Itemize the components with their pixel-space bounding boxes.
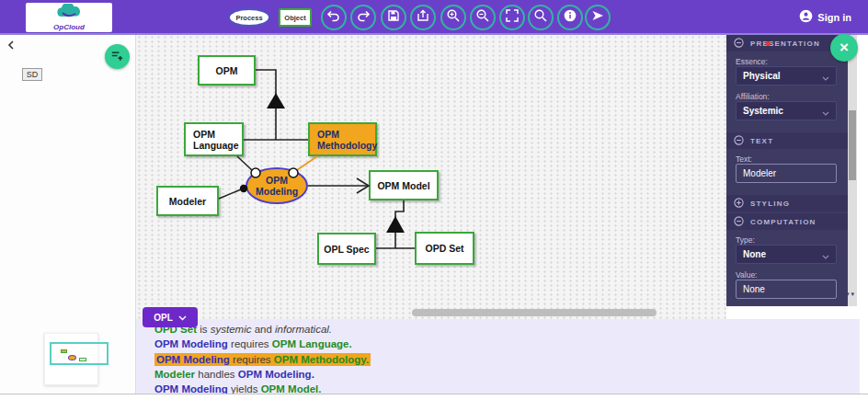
object-node-opd-set[interactable]: OPD Set: [415, 232, 474, 265]
topbar: OpCloud Process Object: [0, 0, 868, 35]
window-bottom-edge: [0, 394, 868, 400]
minimap-shape: [68, 355, 76, 360]
zoom-in-icon: [446, 8, 461, 27]
object-node-opm[interactable]: OPM: [198, 55, 256, 86]
essence-dropdown[interactable]: Physical: [736, 66, 837, 86]
opl-object-ref: OPM Language.: [272, 338, 352, 349]
close-panel-button[interactable]: ×: [830, 34, 858, 62]
affiliation-value: Systemic: [743, 106, 783, 116]
collapse-sidebar-icon[interactable]: [5, 39, 17, 51]
section-title: STYLING: [750, 200, 790, 208]
opl-sentences-panel: OPD Set is systemic and informatical. OP…: [136, 319, 860, 394]
horizontal-scrollbar[interactable]: [412, 309, 657, 316]
undo-icon: [326, 8, 341, 27]
chevron-down-icon: [178, 313, 187, 323]
text-label: Text:: [736, 154, 752, 164]
save-as-icon: [416, 8, 430, 27]
logo-text: OpCloud: [53, 24, 85, 31]
opl-text: and: [251, 324, 275, 335]
zoom-reset-icon: [533, 8, 548, 27]
text-input[interactable]: [736, 164, 837, 183]
send-icon: [590, 8, 605, 27]
section-title: PRESENTATION: [750, 40, 820, 48]
object-node-opm-language[interactable]: OPM Language: [184, 122, 244, 156]
opl-object-ref: OPM Model.: [261, 383, 322, 394]
minimap-card: [44, 333, 98, 385]
opl-attr: informatical.: [275, 324, 332, 335]
opl-process-ref: OPM Modeling.: [238, 369, 314, 380]
zoom-out-button[interactable]: [470, 5, 496, 30]
save-button[interactable]: [381, 5, 406, 30]
expand-section-icon: [734, 195, 744, 211]
palette-process-button[interactable]: Process: [228, 8, 270, 27]
undo-button[interactable]: [321, 5, 347, 30]
red-indicator-dot: [766, 41, 771, 46]
new-diagram-button[interactable]: [105, 44, 130, 69]
section-text[interactable]: TEXT: [726, 132, 848, 149]
opl-object-ref: OPM Methodology.: [274, 354, 369, 365]
opl-process-ref: OPM Modeling: [154, 383, 228, 394]
opl-text: requires: [230, 354, 274, 365]
palette-object-button[interactable]: Object: [279, 8, 312, 27]
chevron-down-icon: [822, 68, 829, 85]
object-node-modeler[interactable]: Modeler: [156, 186, 219, 216]
opl-text: yields: [228, 383, 261, 394]
opl-text: is: [197, 324, 211, 335]
chevron-down-icon: [822, 246, 829, 263]
essence-label: Essence:: [736, 57, 768, 66]
essence-value: Physical: [743, 71, 781, 81]
left-sidebar: SD: [0, 35, 136, 394]
opl-button-label: OPL: [154, 313, 173, 323]
opl-sentence[interactable]: OPD Set is systemic and informatical.: [154, 322, 860, 337]
opl-sentence[interactable]: Modeler handles OPM Modeling.: [154, 367, 860, 382]
sign-in-button[interactable]: Sign in: [799, 9, 851, 25]
collapse-section-icon: [734, 132, 744, 149]
playlist-add-icon: [110, 49, 124, 65]
type-dropdown[interactable]: None: [736, 245, 837, 264]
vertical-scrollbar[interactable]: ▲: [848, 35, 857, 306]
chevron-down-icon: [822, 103, 829, 120]
save-as-button[interactable]: [410, 5, 436, 30]
type-value: None: [743, 249, 766, 259]
object-node-opm-model[interactable]: OPM Model: [369, 170, 439, 200]
zoom-reset-button[interactable]: [528, 5, 554, 30]
resize-arrows-icon: ▾▾: [846, 291, 856, 298]
opl-toggle-button[interactable]: OPL: [143, 307, 198, 327]
opcloud-logo[interactable]: OpCloud: [26, 3, 112, 32]
type-label: Type:: [736, 235, 755, 245]
info-button[interactable]: [557, 5, 583, 30]
process-node-opm-modeling[interactable]: OPM Modeling: [246, 167, 308, 204]
minimap-shape: [61, 349, 67, 353]
zoom-in-button[interactable]: [440, 5, 466, 30]
section-styling[interactable]: STYLING: [726, 195, 848, 211]
collapse-section-icon: [734, 35, 744, 51]
opl-sentence[interactable]: OPM Modeling requires OPM Language.: [154, 337, 860, 351]
opl-sentence[interactable]: OPM Modeling yields OPM Model.: [154, 382, 860, 394]
sd-tree-item[interactable]: SD: [22, 68, 42, 81]
collapse-section-icon: [734, 213, 744, 230]
affiliation-dropdown[interactable]: Systemic: [736, 101, 837, 120]
object-node-opl-spec[interactable]: OPL Spec: [317, 233, 376, 265]
opl-attr: systemic: [211, 324, 252, 335]
fit-screen-icon: [505, 8, 520, 27]
section-computation[interactable]: COMPUTATION: [726, 213, 848, 230]
save-icon: [386, 8, 401, 27]
scrollbar-thumb[interactable]: [849, 110, 856, 180]
user-avatar-icon: [799, 9, 813, 25]
fit-screen-button[interactable]: [499, 5, 525, 30]
opl-sentence-highlighted[interactable]: OPM Modeling requires OPM Methodology.: [154, 352, 860, 367]
opl-process-ref: OPM Modeling: [156, 354, 230, 365]
value-input[interactable]: [736, 280, 837, 299]
submit-button[interactable]: [585, 5, 611, 30]
zoom-out-icon: [475, 8, 490, 27]
opl-object-ref: Modeler: [154, 369, 195, 380]
opl-text: handles: [195, 369, 238, 380]
redo-button[interactable]: [350, 5, 376, 30]
object-node-opm-methodology[interactable]: OPM Methodology: [308, 122, 377, 156]
minimap-viewport[interactable]: [50, 342, 108, 365]
opcloud-app: OpCloud Process Object: [0, 0, 868, 400]
diagram-canvas[interactable]: OPM OPM Language OPM Methodology OPM Mod…: [136, 35, 726, 319]
opl-text: requires: [228, 338, 272, 349]
value-label: Value:: [736, 270, 757, 280]
process-label: Process: [235, 14, 262, 22]
